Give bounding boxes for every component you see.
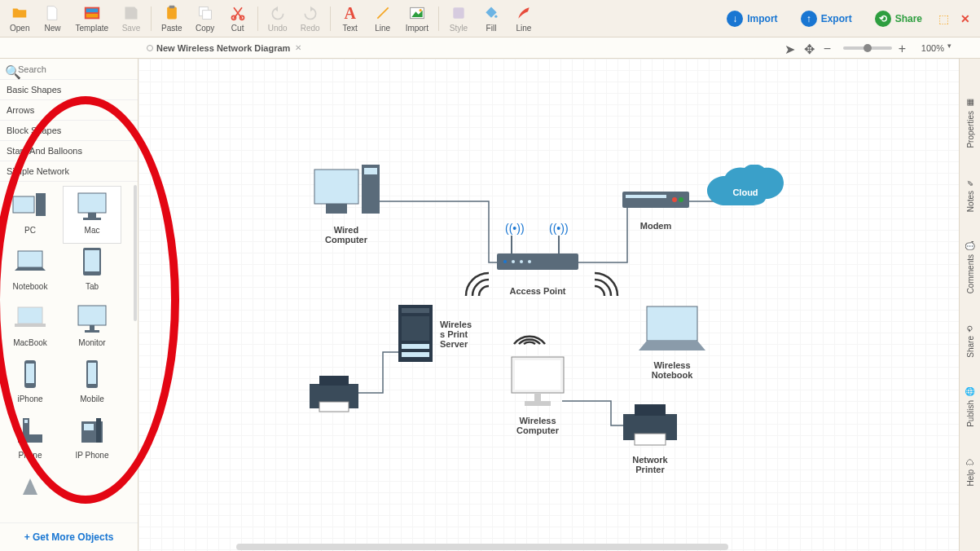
- search-input[interactable]: [18, 64, 133, 74]
- new-button[interactable]: New: [36, 2, 68, 34]
- svg-rect-30: [26, 364, 34, 383]
- shape-tab[interactable]: Tab: [64, 243, 121, 299]
- zoom-label: 100%: [921, 43, 944, 53]
- svg-rect-33: [18, 434, 42, 443]
- style-icon: [450, 4, 468, 22]
- node-access-point[interactable]: ((•)) ((•)) Access Point: [489, 218, 587, 296]
- get-more-objects-link[interactable]: + Get More Objects: [0, 522, 138, 551]
- shape-mobile[interactable]: Mobile: [64, 355, 121, 412]
- undo-button[interactable]: Undo: [261, 2, 294, 34]
- svg-rect-58: [402, 308, 429, 313]
- shape-pc[interactable]: PC: [2, 187, 59, 243]
- canvas-area[interactable]: Wired Computer ((•)) ((•)) Access Point …: [138, 59, 959, 551]
- rail-notes[interactable]: Notes✎: [965, 178, 975, 212]
- open-button[interactable]: Open: [3, 2, 36, 34]
- rail-label: Help: [965, 469, 974, 487]
- shape-label: PC: [24, 226, 36, 235]
- svg-rect-38: [96, 418, 101, 443]
- category-stars-balloons[interactable]: Stars And Balloons: [0, 141, 138, 161]
- paste-icon: [163, 4, 181, 22]
- tab-close-icon[interactable]: ✕: [295, 43, 301, 52]
- category-basic-shapes[interactable]: Basic Shapes: [0, 80, 138, 100]
- share-button[interactable]: ⟲ Share: [867, 7, 930, 30]
- fill-button[interactable]: Fill: [475, 2, 508, 34]
- node-wired-computer[interactable]: Wired Computer: [310, 165, 383, 245]
- svg-rect-42: [364, 168, 377, 174]
- line-button[interactable]: Line: [367, 2, 399, 34]
- node-cloud[interactable]: Cloud: [701, 165, 790, 222]
- paste-button[interactable]: Paste: [155, 2, 189, 34]
- fill-icon: [482, 4, 500, 22]
- text-button[interactable]: A Text: [334, 2, 367, 34]
- shape-label: IP Phone: [76, 451, 109, 460]
- import-tool-label: Import: [406, 24, 428, 33]
- zoom-in-icon[interactable]: +: [899, 42, 912, 55]
- main-toolbar: Open New Template Save Paste Copy Cut Un…: [0, 0, 980, 37]
- node-wireless-computer[interactable]: Wireless Computer: [505, 354, 570, 435]
- export-button[interactable]: ↑ Export: [793, 7, 860, 30]
- shape-label: iPhone: [17, 395, 42, 403]
- horizontal-scrollbar[interactable]: [138, 543, 959, 551]
- rail-comments[interactable]: Comments💬: [965, 241, 975, 293]
- shape-phone[interactable]: Phone: [2, 412, 59, 468]
- pan-icon[interactable]: ✥: [804, 42, 817, 55]
- rail-properties[interactable]: Properties▦: [965, 98, 975, 148]
- close-icon[interactable]: ✕: [954, 12, 977, 25]
- zoom-out-icon[interactable]: −: [824, 42, 837, 55]
- svg-rect-48: [497, 253, 578, 270]
- category-simple-network[interactable]: Simple Network: [0, 161, 138, 182]
- minimize-icon[interactable]: ⬚: [934, 12, 954, 25]
- fill-label: Fill: [486, 24, 497, 33]
- share-icon: ⟲: [875, 11, 891, 27]
- shape-scrollbar[interactable]: [133, 182, 138, 522]
- pointer-icon[interactable]: ➤: [784, 42, 798, 55]
- shape-extra[interactable]: [2, 468, 59, 512]
- shape-mac[interactable]: Mac: [64, 187, 121, 243]
- svg-line-9: [377, 7, 388, 18]
- template-button[interactable]: Template: [68, 2, 115, 34]
- category-block-shapes[interactable]: Block Shapes: [0, 121, 138, 141]
- shape-ip-phone[interactable]: IP Phone: [64, 412, 121, 468]
- cut-button[interactable]: Cut: [222, 2, 254, 34]
- cut-icon: [229, 4, 247, 22]
- svg-marker-21: [15, 267, 46, 271]
- svg-rect-59: [402, 316, 429, 341]
- text-label: Text: [342, 24, 357, 33]
- export-label: Export: [821, 13, 852, 24]
- svg-point-55: [672, 197, 677, 202]
- import-button[interactable]: ↓ Import: [719, 7, 785, 30]
- save-button[interactable]: Save: [115, 2, 147, 34]
- svg-point-50: [512, 260, 515, 263]
- svg-rect-32: [88, 363, 96, 384]
- line-style-label: Line: [516, 24, 532, 33]
- document-tab[interactable]: New Wireless Network Diagram ✕: [138, 40, 310, 56]
- svg-point-52: [528, 260, 531, 263]
- node-network-printer[interactable]: Network Printer: [615, 401, 685, 474]
- shape-label: Phone: [19, 451, 42, 460]
- rail-share[interactable]: Share⟲: [965, 323, 975, 358]
- node-modem[interactable]: Modem: [619, 185, 692, 231]
- svg-rect-24: [18, 307, 42, 324]
- rail-publish[interactable]: Publish🌐: [965, 387, 975, 427]
- right-rail: Properties▦ Notes✎ Comments💬 Share⟲ Publ…: [959, 59, 980, 551]
- zoom-slider[interactable]: [843, 46, 892, 50]
- node-printer-left[interactable]: [301, 372, 367, 418]
- node-wireless-notebook[interactable]: Wireless Notebook: [635, 303, 709, 380]
- shape-notebook[interactable]: Notebook: [2, 243, 59, 299]
- shape-macbook[interactable]: MacBook: [2, 299, 59, 355]
- search-box[interactable]: 🔍: [0, 59, 138, 80]
- redo-button[interactable]: Redo: [294, 2, 327, 34]
- svg-text:((•)): ((•)): [505, 222, 525, 235]
- node-wireless-print-server[interactable]: Wireles s Print Server: [395, 303, 436, 365]
- properties-icon: ▦: [965, 98, 975, 108]
- category-arrows[interactable]: Arrows: [0, 100, 138, 121]
- shape-monitor[interactable]: Monitor: [64, 299, 121, 355]
- chevron-down-icon[interactable]: ▾: [947, 42, 960, 55]
- copy-button[interactable]: Copy: [189, 2, 222, 34]
- style-button[interactable]: Style: [442, 2, 475, 34]
- import-tool-button[interactable]: Import: [399, 2, 435, 34]
- line-style-button[interactable]: Line: [508, 2, 540, 34]
- rail-help[interactable]: Help🛡: [965, 456, 975, 487]
- shape-iphone[interactable]: iPhone: [2, 355, 59, 412]
- svg-point-12: [419, 9, 421, 11]
